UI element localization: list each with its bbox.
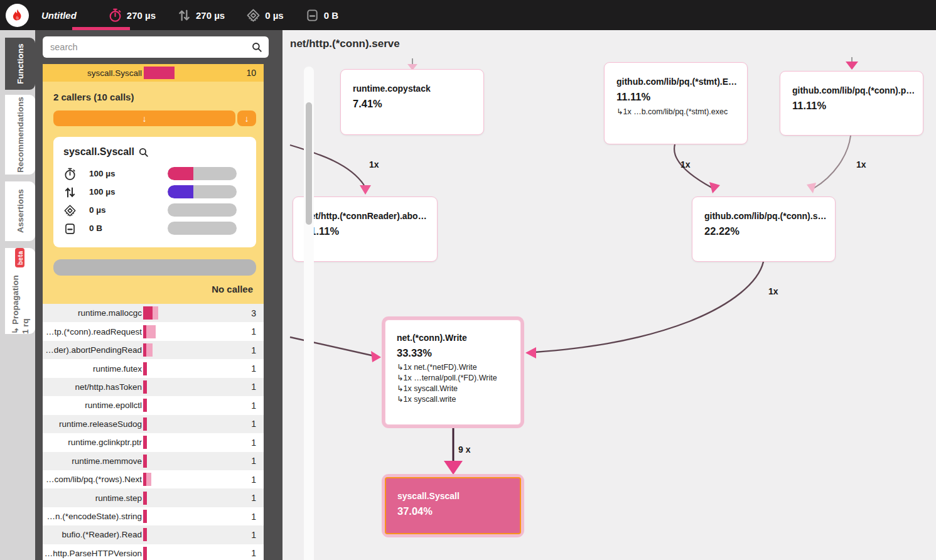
callee-name: runtime.memmove — [43, 456, 142, 466]
node-subcall: ↳1x syscall.Write — [397, 384, 513, 394]
callee-name: runtime.releaseSudog — [43, 419, 142, 429]
function-detail-card: syscall.Syscall 100 µs — [53, 137, 256, 247]
tab-propagation-label: ↳ Propagation 1 rq — [11, 272, 30, 334]
edge-label: 1x — [856, 159, 866, 170]
node-name: syscall.Syscall — [397, 491, 512, 501]
node-pq-conn-s[interactable]: github.com/lib/pq.(*conn).s… 22.22% — [692, 197, 836, 262]
callee-name: …tp.(*conn).readRequest — [43, 327, 142, 337]
callee-count: 1 — [147, 382, 264, 392]
tab-assertions[interactable]: Assertions — [5, 181, 35, 241]
metric-allocations[interactable]: 0 B — [305, 0, 338, 30]
callee-row[interactable]: runtime.futex1 — [43, 359, 264, 377]
node-syscall-syscall[interactable]: syscall.Syscall 37.04% — [382, 474, 524, 537]
callee-row[interactable]: runtime.mallocgc3 — [43, 304, 264, 322]
detail-io-time-bar — [168, 185, 237, 198]
storage-icon — [63, 222, 77, 235]
node-runtime-copystack[interactable]: runtime.copystack 7.41% — [340, 69, 484, 135]
callee-name: …com/lib/pq.(*rows).Next — [43, 475, 142, 484]
callee-row[interactable]: …http.ParseHTTPVersion1 — [43, 544, 264, 560]
node-connreader-abort[interactable]: net/http.(*connReader).abo… 11.11% — [293, 197, 438, 262]
callee-count: 1 — [147, 512, 264, 522]
callee-row[interactable]: runtime.releaseSudog1 — [43, 415, 264, 433]
panel-scrollbar[interactable] — [304, 67, 314, 560]
edge-label: 1x — [680, 159, 691, 170]
metric-cpu-time[interactable]: 0 µs — [246, 0, 284, 30]
tab-recommendations[interactable]: Recommendations — [5, 95, 35, 175]
selected-function-row[interactable]: syscall.Syscall 10 — [43, 64, 264, 82]
call-graph-canvas[interactable]: net/http.(*conn).serve runtime.copystack… — [282, 30, 936, 560]
callee-name: runtime.epollctl — [43, 401, 142, 410]
callee-row[interactable]: runtime.epollctl1 — [43, 396, 264, 414]
callee-row[interactable]: …n.(*encodeState).string1 — [43, 507, 264, 525]
callee-bar — [143, 325, 156, 338]
edge-label: 1x — [768, 286, 778, 296]
callee-name: net/http.hasToken — [43, 382, 142, 392]
tab-functions-label: Functions — [16, 43, 25, 84]
detail-card-title: syscall.Syscall — [63, 146, 134, 158]
document-title[interactable]: Untitled — [41, 10, 77, 21]
edge-label: 1x — [369, 159, 379, 170]
node-name: net/http.(*connReader).abo… — [305, 211, 428, 221]
detail-wall-time: 100 µs — [89, 169, 146, 178]
node-percent: 37.04% — [397, 505, 512, 517]
functions-panel: syscall.Syscall 10 2 callers (10 calls) … — [35, 30, 282, 560]
chip-icon — [63, 204, 77, 217]
graph-title: net/http.(*conn).serve — [290, 38, 400, 50]
search-icon[interactable] — [251, 41, 262, 53]
flame-logo[interactable] — [6, 4, 29, 27]
detail-io-time: 100 µs — [89, 187, 146, 197]
callee-row[interactable]: runtime.step1 — [43, 488, 264, 507]
detail-allocations-bar — [168, 222, 237, 235]
panel-scrollbar-thumb[interactable] — [306, 102, 312, 225]
inspect-function-icon[interactable] — [138, 147, 149, 158]
callee-count: 1 — [151, 475, 264, 485]
search-box — [43, 36, 269, 58]
callee-row[interactable]: bufio.(*Reader).Read1 — [43, 525, 264, 544]
metric-allocations-value: 0 B — [324, 10, 338, 21]
callee-list: runtime.mallocgc3…tp.(*conn).readRequest… — [43, 304, 264, 560]
metric-io-time[interactable]: 270 µs — [177, 0, 225, 30]
node-pq-stmt-exec[interactable]: github.com/lib/pq.(*stmt).E… 11.11% ↳1x … — [604, 62, 748, 144]
updown-arrows-icon — [177, 8, 191, 23]
tab-assertions-label: Assertions — [16, 190, 25, 234]
node-pq-conn-p[interactable]: github.com/lib/pq.(*conn).p… 11.11% — [780, 71, 923, 136]
tab-propagation[interactable]: ↳ Propagation 1 rq beta — [5, 248, 35, 334]
node-name: github.com/lib/pq.(*conn).s… — [704, 211, 826, 221]
selected-function-name: syscall.Syscall — [43, 68, 142, 78]
callee-bar — [143, 306, 158, 320]
caller-range-bar — [53, 259, 256, 276]
callee-count: 1 — [153, 345, 264, 355]
metric-wall-time-value: 270 µs — [127, 10, 156, 21]
callee-name: runtime.mallocgc — [43, 308, 142, 318]
callee-count: 1 — [147, 419, 264, 429]
callee-row[interactable]: runtime.memmove1 — [43, 452, 264, 470]
node-name: github.com/lib/pq.(*conn).p… — [792, 85, 914, 95]
metric-wall-time[interactable]: 270 µs — [108, 0, 156, 30]
callee-count: 3 — [158, 308, 264, 318]
no-callee-label: No callee — [43, 276, 264, 303]
selected-function-count: 10 — [175, 68, 264, 78]
callee-name: …http.ParseHTTPVersion — [43, 549, 142, 558]
callee-name: …n.(*encodeState).string — [43, 512, 142, 521]
node-name: runtime.copystack — [353, 83, 475, 94]
callee-count: 1 — [147, 548, 264, 558]
updown-arrows-icon — [63, 186, 77, 199]
flame-icon — [10, 8, 24, 23]
callee-name: runtime.step — [43, 493, 142, 503]
callee-name: runtime.futex — [43, 364, 142, 374]
search-input[interactable] — [43, 42, 251, 52]
app-window: Untitled 270 µs 270 µs 0 µs — [0, 0, 936, 560]
callee-row[interactable]: …der).abortPendingRead1 — [43, 341, 264, 359]
callee-row[interactable]: net/http.hasToken1 — [43, 378, 264, 396]
tab-functions[interactable]: Functions — [5, 38, 35, 90]
callee-row[interactable]: …com/lib/pq.(*rows).Next1 — [43, 470, 264, 488]
callee-name: bufio.(*Reader).Read — [43, 530, 142, 539]
node-name: net.(*conn).Write — [397, 333, 513, 343]
callee-row[interactable]: runtime.gclinkptr.ptr1 — [43, 433, 264, 451]
node-net-conn-write[interactable]: net.(*conn).Write 33.33% ↳1x net.(*netFD… — [382, 316, 524, 428]
collapse-callers-button[interactable]: ↓ — [237, 110, 256, 126]
callee-name: runtime.gclinkptr.ptr — [43, 438, 142, 447]
callee-row[interactable]: …tp.(*conn).readRequest1 — [43, 322, 264, 340]
sort-callers-button[interactable]: ↓ — [53, 110, 235, 126]
callee-count: 1 — [147, 456, 264, 466]
